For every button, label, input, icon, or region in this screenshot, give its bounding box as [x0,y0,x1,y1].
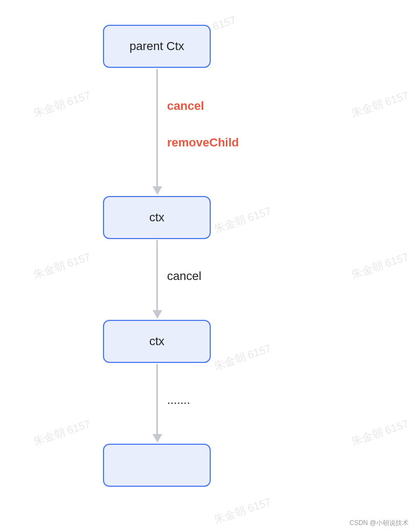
node-ctx-2: ctx [103,320,211,363]
watermark: 朱金朝 6157 [32,417,93,449]
watermark: 朱金朝 6157 [350,250,411,282]
watermark: 朱金朝 6157 [212,495,273,527]
footer-credit: CSDN @小朝说技术 [349,519,409,528]
diagram-canvas: 朱金朝 6157 朱金朝 6157 朱金朝 6157 朱金朝 6157 朱金朝 … [0,0,415,532]
edge-label-remove-child: removeChild [167,136,239,150]
edge-label-cancel-2: cancel [167,269,202,283]
watermark: 朱金朝 6157 [350,417,411,449]
watermark: 朱金朝 6157 [212,204,273,236]
watermark: 朱金朝 6157 [350,88,411,121]
edge-label-cancel: cancel [167,99,204,113]
arrow-line [156,240,158,310]
node-ctx-1: ctx [103,196,211,239]
watermark: 朱金朝 6157 [32,88,93,121]
node-label: ctx [149,211,164,225]
node-blank [103,444,211,487]
arrow-down-icon [153,434,162,443]
edge-label-ellipsis: ....... [167,393,190,407]
arrow-down-icon [153,186,162,195]
arrow-line [156,69,158,186]
node-label: ctx [149,334,164,348]
node-label: parent Ctx [129,39,184,53]
arrow-down-icon [153,310,162,319]
node-parent-ctx: parent Ctx [103,25,211,68]
watermark: 朱金朝 6157 [212,341,273,374]
watermark: 朱金朝 6157 [32,250,93,282]
arrow-line [156,364,158,434]
